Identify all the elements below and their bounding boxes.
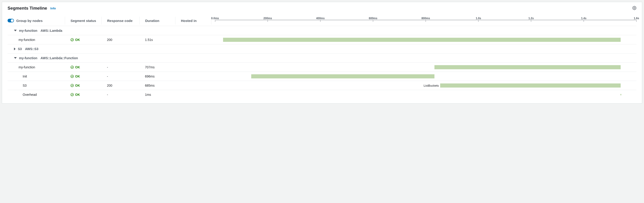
status-ok: OK [70,65,80,69]
segment-name: my-function [18,65,35,69]
status-text: OK [75,38,80,42]
table-row[interactable]: my-functionOK2001.51s [8,35,636,44]
table-row[interactable]: my-functionOK-707ms [8,63,636,72]
segment-name-cell: my-function [8,38,65,42]
svg-point-3 [71,75,74,78]
segment-name-cell: Overhead [8,93,65,96]
duration-cell: 1.51s [140,38,175,42]
response-code-cell: 200 [102,84,140,87]
bar-track [215,74,636,78]
timeline-tick-label: 1.2s [528,17,534,20]
segment-name: S3 [23,84,26,87]
segment-name-cell: Init [8,74,65,78]
svg-point-2 [71,66,74,69]
segment-status-cell: OK [65,38,102,42]
status-ok: OK [70,84,80,87]
bar-track [215,65,636,69]
timeline-scale: 0.0ms200ms400ms600ms800ms1.0s1.2s1.4s1.6… [215,17,636,24]
segment-name-cell: my-function [8,65,65,69]
check-circle-icon [70,38,74,42]
timeline-bar[interactable] [620,94,622,95]
group-by-nodes-label: Group by nodes [16,19,42,23]
response-code-cell: 200 [102,38,140,42]
bar-track [215,93,636,97]
duration-cell: 685ms [140,84,175,87]
group-type: AWS::Lambda [40,29,62,32]
segment-name: Overhead [23,93,37,96]
group-by-nodes-column: Group by nodes [8,17,65,24]
timeline-tick: 1.2s [528,17,534,22]
column-header-hosted[interactable]: Hosted in [175,17,212,24]
column-header-duration[interactable]: Duration [140,17,175,24]
timeline-tick: 200ms [263,17,272,22]
timeline-cell [212,35,636,44]
timeline-bar[interactable] [251,74,434,78]
group-by-nodes-toggle[interactable] [8,19,14,22]
table-row[interactable]: S3OK200685msListBuckets [8,81,636,90]
timeline-bar[interactable] [440,83,621,88]
group-header[interactable]: S3AWS::S3 [8,44,636,53]
timeline-tick-mark [478,20,478,22]
segment-status-cell: OK [65,84,102,87]
timeline-tick-label: 0.0ms [211,17,219,20]
group-name: S3 [18,47,22,51]
timeline-tick: 0.0ms [211,17,219,22]
response-code-cell: - [102,74,140,78]
segment-status-cell: OK [65,74,102,78]
chevron-right-icon [14,47,16,50]
group-name: my-function [19,56,37,60]
timeline-bar-label: ListBuckets [424,84,440,87]
timeline-tick-mark [320,20,321,22]
timeline-tick-mark [636,20,636,22]
duration-cell: 1ms [140,93,175,96]
column-header-status[interactable]: Segment status [65,17,102,24]
timeline-tick: 1.4s [581,17,586,22]
column-header-response[interactable]: Response code [102,17,140,24]
status-text: OK [75,93,80,96]
response-code-cell: - [102,65,140,69]
timeline-tick-label: 600ms [369,17,377,20]
check-circle-icon [70,74,74,78]
group-type: AWS::Lambda::Function [40,56,78,60]
duration-cell: 696ms [140,74,175,78]
timeline-tick-label: 1.4s [581,17,586,20]
table-row[interactable]: OverheadOK-1ms [8,90,636,99]
timeline-tick-mark [373,20,373,22]
check-circle-icon [70,65,74,69]
group-header[interactable]: my-functionAWS::Lambda::Function [8,53,636,63]
timeline-cell [212,90,636,99]
duration-cell: 707ms [140,65,175,69]
status-text: OK [75,84,80,87]
status-ok: OK [70,93,80,96]
timeline-bar[interactable] [434,65,621,69]
bar-track [215,38,636,42]
timeline-tick-label: 800ms [422,17,430,20]
status-text: OK [75,65,80,69]
settings-button[interactable] [632,6,636,11]
timeline-tick: 1.0s [476,17,481,22]
column-header-row: Group by nodes Segment status Response c… [8,17,636,26]
status-text: OK [75,74,80,78]
info-link[interactable]: Info [50,7,56,10]
segment-status-cell: OK [65,65,102,69]
title-row: Segments Timeline Info [8,6,636,11]
check-circle-icon [70,84,74,87]
group-type: AWS::S3 [25,47,38,51]
bar-track: ListBuckets [215,83,636,88]
check-circle-icon [70,93,74,96]
timeline-cell: ListBuckets [212,81,636,90]
timeline-cell [212,63,636,72]
status-ok: OK [70,74,80,78]
segment-status-cell: OK [65,93,102,96]
timeline-tick-mark [215,20,215,22]
page-title: Segments Timeline [8,6,47,11]
timeline-tick-label: 200ms [263,17,272,20]
timeline-bar[interactable] [223,38,621,42]
svg-point-5 [71,93,74,96]
group-name: my-function [19,29,37,32]
timeline-rows: my-functionAWS::Lambdamy-functionOK2001.… [8,26,636,99]
timeline-tick-mark [268,20,268,22]
table-row[interactable]: InitOK-696ms [8,72,636,81]
timeline-tick-mark [531,20,531,22]
group-header[interactable]: my-functionAWS::Lambda [8,26,636,35]
